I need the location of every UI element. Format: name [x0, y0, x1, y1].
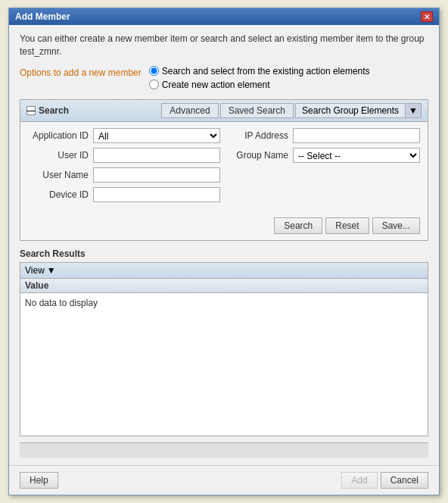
device-id-row: Device ID — [28, 187, 220, 202]
device-id-label: Device ID — [28, 189, 89, 200]
search-button[interactable]: Search — [274, 217, 322, 234]
view-arrow: ▼ — [47, 265, 56, 276]
search-actions: Search Reset Save... — [20, 213, 428, 240]
search-label: Search — [39, 105, 69, 116]
app-id-label: Application ID — [28, 130, 89, 141]
reset-button[interactable]: Reset — [325, 217, 369, 234]
right-fields: IP Address Group Name -- Select -- — [228, 128, 420, 207]
results-container[interactable]: View ▼ Value No data to display — [20, 262, 428, 436]
view-dropdown[interactable]: View ▼ — [25, 265, 56, 276]
tab-group-label: Search Group Elements — [296, 104, 405, 117]
radio-group: Search and select from the existing acti… — [149, 66, 370, 90]
view-label: View — [25, 265, 45, 276]
results-toolbar: View ▼ — [20, 263, 428, 279]
cancel-button[interactable]: Cancel — [381, 472, 428, 489]
dialog-title: Add Member — [15, 11, 70, 22]
info-text: You can either create a new member item … — [20, 33, 428, 58]
group-name-select[interactable]: -- Select -- — [293, 148, 420, 163]
collapse-icon[interactable]: — — [26, 106, 36, 115]
ip-label: IP Address — [228, 130, 288, 141]
user-id-label: User ID — [28, 150, 89, 161]
results-label: Search Results — [20, 248, 428, 259]
search-results-section: Search Results View ▼ Value No data to d… — [20, 248, 428, 436]
dialog-footer: Help Add Cancel — [9, 465, 439, 495]
close-button[interactable]: ✕ — [421, 11, 433, 22]
form-grid: Application ID All User ID User Name — [28, 128, 420, 207]
help-button[interactable]: Help — [20, 472, 58, 489]
options-row: Options to add a new member Search and s… — [20, 66, 428, 90]
dialog-body: You can either create a new member item … — [9, 25, 439, 465]
radio-search-existing[interactable]: Search and select from the existing acti… — [149, 66, 370, 77]
device-id-input[interactable] — [93, 187, 220, 202]
user-name-label: User Name — [28, 170, 89, 180]
search-section-header: — Search Advanced Saved Search Search Gr… — [20, 100, 428, 122]
user-name-input[interactable] — [93, 167, 220, 183]
tab-saved-search[interactable]: Saved Search — [220, 103, 294, 118]
tab-group-arrow[interactable]: ▼ — [405, 104, 421, 117]
tab-advanced[interactable]: Advanced — [161, 103, 218, 118]
add-button: Add — [341, 472, 377, 489]
tab-search-group-elements[interactable]: Search Group Elements ▼ — [295, 103, 422, 118]
user-id-row: User ID — [28, 148, 220, 163]
left-fields: Application ID All User ID User Name — [28, 128, 220, 207]
options-label: Options to add a new member — [20, 66, 142, 78]
app-id-select[interactable]: All — [93, 128, 220, 143]
group-name-row: Group Name -- Select -- — [228, 148, 420, 163]
no-data-message: No data to display — [20, 293, 428, 313]
app-id-row: Application ID All — [28, 128, 220, 143]
radio-create-label: Create new action element — [162, 80, 270, 90]
radio-create-input[interactable] — [149, 80, 159, 89]
ip-input[interactable] — [293, 128, 420, 143]
column-value-header: Value — [25, 280, 48, 291]
radio-search-label: Search and select from the existing acti… — [162, 66, 370, 77]
titlebar: Add Member ✕ — [9, 8, 439, 25]
search-collapse: — Search — [26, 105, 69, 116]
radio-search-input[interactable] — [149, 66, 159, 76]
add-member-dialog: Add Member ✕ You can either create a new… — [8, 8, 440, 495]
radio-create-new[interactable]: Create new action element — [149, 80, 370, 90]
status-bar — [20, 442, 428, 458]
user-name-row: User Name — [28, 167, 220, 183]
search-section: — Search Advanced Saved Search Search Gr… — [20, 99, 428, 241]
group-name-label: Group Name — [228, 150, 288, 161]
footer-right-actions: Add Cancel — [341, 472, 428, 489]
results-header: Value — [20, 279, 428, 293]
save-button[interactable]: Save... — [372, 217, 420, 234]
user-id-input[interactable] — [93, 148, 220, 163]
search-tabs: Advanced Saved Search Search Group Eleme… — [161, 103, 422, 118]
search-fields: Application ID All User ID User Name — [20, 122, 428, 213]
ip-row: IP Address — [228, 128, 420, 143]
